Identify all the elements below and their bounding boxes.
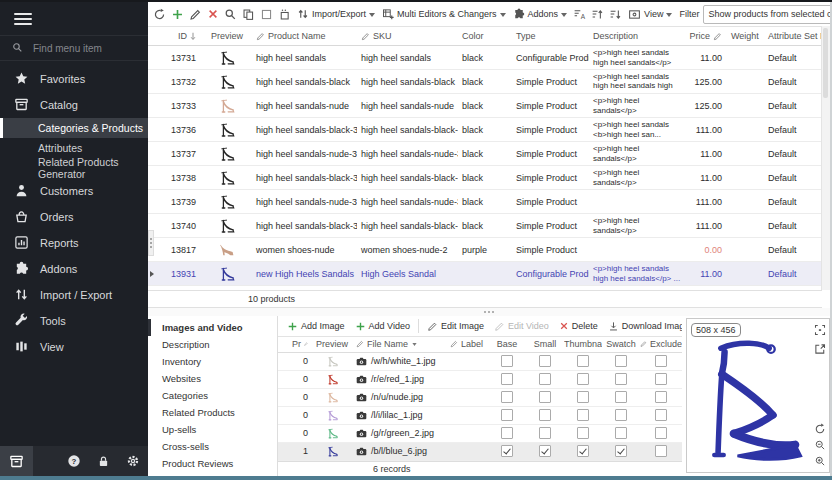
image-row[interactable]: 0 bbox=[278, 407, 682, 425]
table-row[interactable]: 13739 high heel bbox=[148, 190, 830, 214]
exclude-checkbox[interactable] bbox=[655, 409, 667, 421]
base-checkbox[interactable] bbox=[501, 391, 513, 403]
table-row[interactable]: 13733 high heel bbox=[148, 94, 830, 118]
refresh-button[interactable] bbox=[151, 4, 168, 24]
base-checkbox[interactable] bbox=[501, 409, 513, 421]
store-button[interactable] bbox=[0, 446, 33, 476]
base-checkbox[interactable] bbox=[501, 427, 513, 439]
panel-tab[interactable]: Images and Video bbox=[148, 319, 277, 336]
swatch-checkbox[interactable] bbox=[615, 409, 627, 421]
base-checkbox[interactable] bbox=[501, 373, 513, 385]
sidebar-item-reports[interactable]: Reports bbox=[0, 230, 148, 256]
sidebar-item-tools[interactable]: Tools bbox=[0, 308, 148, 334]
column-header-id[interactable]: ID bbox=[158, 31, 202, 41]
sidebar-item-catalog[interactable]: Catalog bbox=[0, 92, 148, 118]
table-row[interactable]: 13736 high heel bbox=[148, 118, 830, 142]
column-header-preview[interactable]: Preview bbox=[202, 31, 252, 41]
exclude-checkbox[interactable] bbox=[655, 391, 667, 403]
addons-menu[interactable]: Addons bbox=[510, 4, 571, 24]
edit-button[interactable] bbox=[187, 4, 204, 24]
column-header-label[interactable]: Label bbox=[446, 339, 488, 349]
add-image-button[interactable]: Add Image bbox=[283, 316, 349, 336]
zoom-out-icon[interactable] bbox=[814, 439, 826, 451]
column-header-price[interactable]: Price bbox=[682, 31, 727, 41]
panel-tab[interactable]: Inventory bbox=[148, 353, 277, 370]
horizontal-splitter[interactable] bbox=[148, 308, 830, 316]
column-header-small[interactable]: Small bbox=[526, 339, 564, 349]
panel-tab[interactable]: Cross-sells bbox=[148, 438, 277, 455]
gear-icon[interactable] bbox=[126, 454, 140, 468]
table-row[interactable]: 13817 women shoe bbox=[148, 238, 830, 262]
image-row[interactable]: 0 bbox=[278, 353, 682, 371]
help-icon[interactable]: ? bbox=[67, 454, 81, 468]
sidebar-item-related-products-generator[interactable]: Related Products Generator bbox=[0, 158, 148, 178]
image-row[interactable]: 0 bbox=[278, 371, 682, 389]
sort-descending-icon[interactable] bbox=[607, 4, 624, 24]
panel-tab[interactable]: Product Reviews bbox=[148, 455, 277, 472]
small-checkbox[interactable] bbox=[539, 445, 551, 457]
column-header-thumbnail[interactable]: Thumbna bbox=[564, 339, 602, 349]
swatch-checkbox[interactable] bbox=[615, 373, 627, 385]
sidebar-item-attributes[interactable]: Attributes bbox=[0, 138, 148, 158]
delete-button[interactable] bbox=[205, 4, 221, 24]
base-checkbox[interactable] bbox=[501, 445, 513, 457]
add-video-button[interactable]: Add Video bbox=[351, 316, 414, 336]
column-header-product-name[interactable]: Product Name bbox=[252, 31, 357, 41]
sidebar-item-customers[interactable]: Customers bbox=[0, 178, 148, 204]
vertical-scrollbar[interactable] bbox=[821, 26, 830, 290]
sidebar-item-import-export[interactable]: Import / Export bbox=[0, 282, 148, 308]
small-checkbox[interactable] bbox=[539, 409, 551, 421]
swatch-checkbox[interactable] bbox=[615, 445, 627, 457]
clipboard-icon[interactable] bbox=[276, 4, 293, 24]
sidebar-item-orders[interactable]: Orders bbox=[0, 204, 148, 230]
column-header-description[interactable]: Description bbox=[589, 31, 682, 41]
panel-tab[interactable]: Up-sells bbox=[148, 421, 277, 438]
exclude-checkbox[interactable] bbox=[655, 373, 667, 385]
sidebar-item-addons[interactable]: Addons bbox=[0, 256, 148, 282]
small-checkbox[interactable] bbox=[539, 391, 551, 403]
sort-ascending-icon[interactable] bbox=[589, 4, 606, 24]
panel-tab[interactable]: Categories bbox=[148, 387, 277, 404]
splitter-handle[interactable] bbox=[148, 230, 154, 256]
column-header-preview[interactable]: Preview bbox=[312, 339, 352, 349]
view-menu[interactable]: View bbox=[625, 4, 675, 24]
delete-image-button[interactable]: Delete bbox=[555, 316, 602, 336]
category-filter-select[interactable]: Show products from selected categories bbox=[703, 5, 830, 24]
column-header-sku[interactable]: SKU bbox=[357, 31, 458, 41]
thumbnail-checkbox[interactable] bbox=[577, 355, 589, 367]
edit-image-button[interactable]: Edit Image bbox=[423, 316, 488, 336]
small-checkbox[interactable] bbox=[539, 355, 551, 367]
zoom-in-icon[interactable] bbox=[814, 455, 826, 467]
base-checkbox[interactable] bbox=[501, 355, 513, 367]
sidebar-item-view[interactable]: View bbox=[0, 334, 148, 360]
thumbnail-checkbox[interactable] bbox=[577, 373, 589, 385]
import-export-menu[interactable]: Import/Export bbox=[294, 4, 378, 24]
lock-icon[interactable] bbox=[97, 455, 110, 468]
rotate-icon[interactable] bbox=[814, 423, 826, 435]
table-row[interactable]: 13931 new High H bbox=[148, 262, 830, 286]
copy-icon[interactable] bbox=[240, 4, 257, 24]
panel-tab[interactable]: Related Products bbox=[148, 404, 277, 421]
exclude-checkbox[interactable] bbox=[655, 355, 667, 367]
menu-toggle-button[interactable] bbox=[0, 2, 148, 35]
fit-screen-icon[interactable] bbox=[814, 324, 826, 336]
table-row[interactable]: 13737 high heel bbox=[148, 142, 830, 166]
add-button[interactable] bbox=[169, 4, 186, 24]
exclude-checkbox[interactable] bbox=[655, 445, 667, 457]
search-icon[interactable] bbox=[222, 4, 239, 24]
swatch-checkbox[interactable] bbox=[615, 391, 627, 403]
small-checkbox[interactable] bbox=[539, 427, 551, 439]
panel-tab[interactable]: Description bbox=[148, 336, 277, 353]
thumbnail-checkbox[interactable] bbox=[577, 427, 589, 439]
autofilter-icon[interactable]: A bbox=[571, 4, 588, 24]
image-row[interactable]: 0 bbox=[278, 389, 682, 407]
column-header-priority[interactable]: Pr bbox=[288, 339, 312, 349]
open-external-icon[interactable] bbox=[814, 343, 826, 355]
column-header-exclude[interactable]: Exclude bbox=[640, 339, 682, 349]
selection-box-icon[interactable] bbox=[258, 4, 275, 24]
column-header-type[interactable]: Type bbox=[512, 31, 589, 41]
table-row[interactable]: 13731 high heel bbox=[148, 46, 830, 70]
image-row[interactable]: 0 bbox=[278, 425, 682, 443]
scrollbar-thumb[interactable] bbox=[823, 28, 828, 98]
table-row[interactable]: 13740 high heel bbox=[148, 214, 830, 238]
